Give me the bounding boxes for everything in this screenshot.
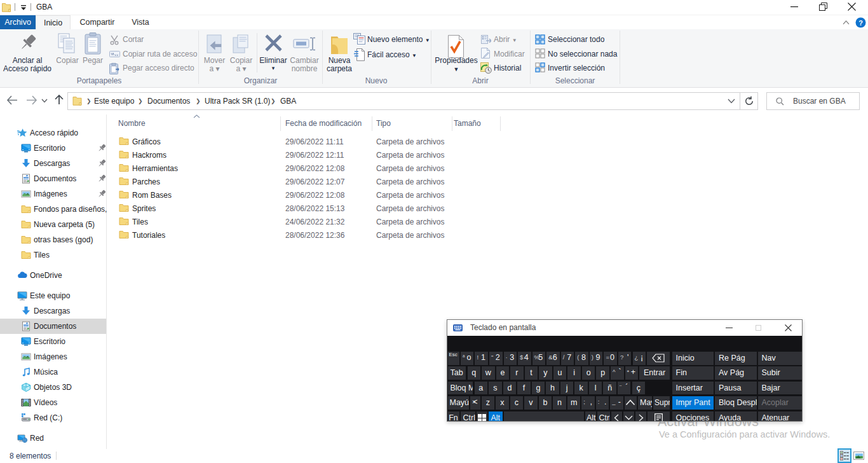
svg-text:?: ? — [858, 19, 863, 27]
